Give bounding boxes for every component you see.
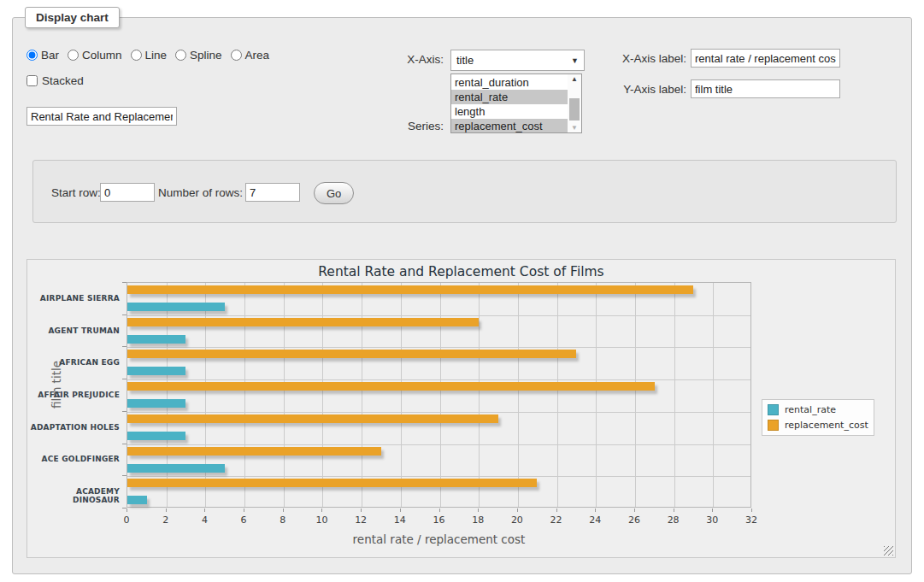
gridline xyxy=(127,444,750,445)
x-tick-label: 10 xyxy=(309,514,334,526)
x-tick-mark xyxy=(321,509,322,512)
start-row-input[interactable] xyxy=(100,183,155,202)
legend-label: rental_rate xyxy=(785,404,836,415)
legend-swatch-replacement-cost xyxy=(768,420,779,431)
bar-rental-rate xyxy=(127,432,185,440)
gridline xyxy=(205,283,206,507)
bar-replacement-cost xyxy=(127,414,498,423)
chart-type-radio-label: Line xyxy=(145,49,168,62)
legend-label: replacement_cost xyxy=(785,420,868,431)
y-axis-title: film title xyxy=(50,361,63,409)
x-tick-label: 8 xyxy=(270,514,296,526)
gridline xyxy=(362,283,362,507)
x-tick-mark xyxy=(674,509,674,512)
x-tick-label: 26 xyxy=(621,514,647,526)
gridline xyxy=(127,315,750,316)
chart-type-radio-bar[interactable] xyxy=(26,50,38,61)
bar-replacement-cost xyxy=(127,479,537,487)
y-category-label: ACADEMY DINOSAUR xyxy=(29,487,120,504)
gridline xyxy=(127,347,750,348)
scroll-up-icon[interactable]: ▲ xyxy=(568,75,581,83)
x-tick-mark xyxy=(712,509,713,512)
chart-type-radio-line[interactable] xyxy=(131,50,142,61)
x-tick-label: 14 xyxy=(387,514,413,526)
stacked-checkbox[interactable] xyxy=(26,75,38,86)
y-category-label: AIRPLANE SIERRA xyxy=(29,294,120,303)
chart-type-option-spline[interactable]: Spline xyxy=(175,49,222,62)
y-tick-mark xyxy=(122,508,127,509)
chart-type-option-bar[interactable]: Bar xyxy=(26,49,59,62)
series-option-rental_duration[interactable]: rental_duration xyxy=(451,75,568,90)
x-tick-mark xyxy=(634,509,635,512)
chart-type-radio-column[interactable] xyxy=(68,50,79,61)
series-option-replacement_cost[interactable]: replacement_cost xyxy=(451,119,568,133)
bar-replacement-cost xyxy=(127,350,576,358)
x-tick-label: 2 xyxy=(153,514,179,526)
gridline xyxy=(284,283,285,507)
x-tick-mark xyxy=(204,509,205,512)
x-tick-label: 12 xyxy=(348,514,374,526)
series-option-length[interactable]: length xyxy=(451,104,568,119)
y-category-label: AGENT TRUMAN xyxy=(29,326,120,335)
legend-swatch-rental-rate xyxy=(768,404,779,415)
gridline xyxy=(322,283,323,507)
x-tick-label: 0 xyxy=(114,514,139,526)
gridline xyxy=(518,283,519,507)
y-axis-label-input[interactable] xyxy=(691,79,840,98)
x-tick-mark xyxy=(439,509,440,512)
series-list-label: Series: xyxy=(355,120,444,132)
x-tick-label: 24 xyxy=(582,514,608,526)
gridline xyxy=(127,379,750,380)
chart-title-input[interactable] xyxy=(26,107,177,126)
x-tick-mark xyxy=(127,509,127,512)
bar-rental-rate xyxy=(127,303,225,311)
series-scrollbar[interactable]: ▲ ▼ xyxy=(568,74,581,132)
gridline xyxy=(479,283,480,507)
legend-item: replacement_cost xyxy=(768,420,868,431)
chart-type-radio-spline[interactable] xyxy=(175,50,186,61)
chart-type-option-area[interactable]: Area xyxy=(231,49,270,62)
go-button[interactable]: Go xyxy=(314,182,354,204)
gridline xyxy=(440,283,441,507)
gridline xyxy=(127,412,750,413)
fieldset-legend: Display chart xyxy=(25,7,120,28)
x-axis-label-input[interactable] xyxy=(691,49,840,68)
chart-type-option-line[interactable]: Line xyxy=(131,49,168,62)
gridline xyxy=(596,283,597,507)
x-axis-selected-value: title xyxy=(456,54,474,67)
resize-grip-icon[interactable] xyxy=(884,546,893,556)
y-axis-label-field-label: Y-Axis label: xyxy=(611,83,686,96)
gridline xyxy=(167,283,168,507)
x-tick-label: 32 xyxy=(739,514,764,526)
display-chart-fieldset: Display chart BarColumnLineSplineArea St… xyxy=(12,17,912,574)
x-tick-mark xyxy=(751,509,752,512)
x-axis-select[interactable]: title ▼ xyxy=(450,50,585,71)
chart-type-radio-label: Area xyxy=(245,49,270,62)
row-controls-panel: Start row: Number of rows: Go xyxy=(32,160,897,223)
chart-type-radio-label: Column xyxy=(82,49,122,62)
y-category-label: AFRICAN EGG xyxy=(29,358,120,367)
bar-replacement-cost xyxy=(127,382,655,391)
series-option-rental_rate[interactable]: rental_rate xyxy=(451,90,568,104)
x-tick-mark xyxy=(556,509,557,512)
num-rows-input[interactable] xyxy=(245,183,300,202)
chart-type-radio-area[interactable] xyxy=(231,50,242,61)
chart-type-option-column[interactable]: Column xyxy=(68,49,122,62)
chart-container: Rental Rate and Replacement Cost of Film… xyxy=(26,259,896,558)
chart-type-radio-group: BarColumnLineSplineArea xyxy=(26,49,269,62)
gridline xyxy=(127,476,750,477)
x-tick-label: 4 xyxy=(191,514,217,526)
scroll-down-icon[interactable]: ▼ xyxy=(568,124,581,132)
x-tick-mark xyxy=(283,509,284,512)
series-multiselect[interactable]: rental_durationrental_ratelengthreplacem… xyxy=(450,73,582,133)
x-tick-mark xyxy=(478,509,479,512)
x-tick-mark xyxy=(361,509,362,512)
bar-rental-rate xyxy=(127,399,185,408)
x-tick-mark xyxy=(400,509,401,512)
bar-replacement-cost xyxy=(127,285,693,294)
bar-replacement-cost xyxy=(127,318,479,326)
scrollbar-thumb[interactable] xyxy=(569,98,580,121)
num-rows-label: Number of rows: xyxy=(158,186,243,199)
y-category-label: AFFAIR PREJUDICE xyxy=(29,391,120,399)
x-tick-mark xyxy=(166,509,167,512)
